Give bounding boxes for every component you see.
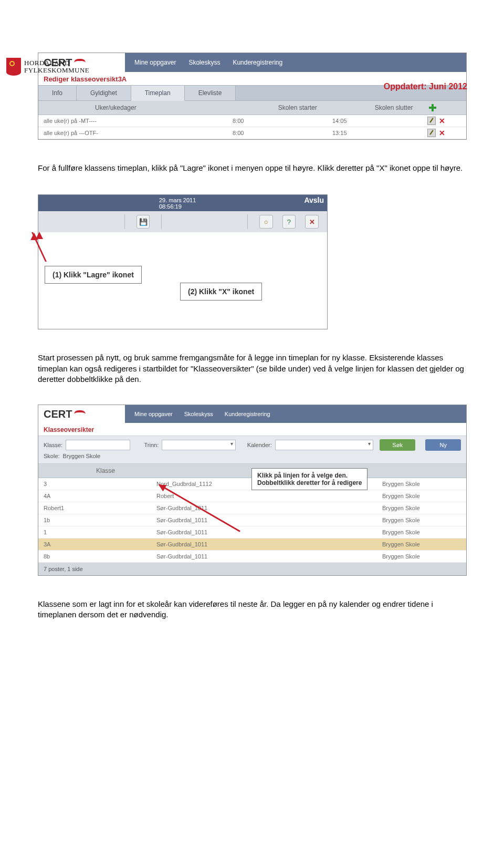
document-page: HORDALAND FYLKESKOMMUNE Oppdatert: Juni … bbox=[0, 53, 504, 849]
cell-grunnkalender: Sør-Gudbrdal_1011 bbox=[151, 517, 377, 523]
cell-skole: Bryggen Skole bbox=[377, 541, 466, 547]
column-headers: Uker/ukedager Skolen starter Skolen slut… bbox=[38, 101, 466, 115]
table-row[interactable]: 8bSør-Gudbrdal_1011Bryggen Skole bbox=[38, 551, 466, 563]
arrow-icon bbox=[38, 262, 40, 311]
cell-start: 8:00 bbox=[233, 130, 332, 136]
toolbar-separator bbox=[124, 214, 125, 229]
save-icon[interactable]: 💾 bbox=[136, 215, 150, 229]
app-header: CERT Mine oppgaver Skoleskyss Kunderegis… bbox=[38, 53, 466, 72]
table-row[interactable]: 3ASør-Gudbrdal_1011Bryggen Skole bbox=[38, 539, 466, 551]
delete-icon[interactable] bbox=[439, 117, 445, 125]
cell-skole: Bryggen Skole bbox=[377, 493, 466, 499]
col-klasse: Klasse bbox=[38, 467, 204, 474]
arrow-icon bbox=[32, 232, 120, 262]
menu-item[interactable]: Skoleskyss bbox=[184, 411, 213, 417]
table-row[interactable]: 1bSør-Gudbrdal_1011Bryggen Skole bbox=[38, 514, 466, 526]
col-slutter: Skolen slutter bbox=[375, 104, 466, 111]
table-row[interactable]: alle uke(r) på ---OTF- 8:00 13:15 bbox=[38, 127, 466, 139]
table-row[interactable]: 1Sør-Gudbrdal_1011Bryggen Skole bbox=[38, 526, 466, 539]
klasse-input[interactable] bbox=[66, 440, 130, 450]
cell-skole: Bryggen Skole bbox=[377, 553, 466, 560]
row-actions bbox=[427, 117, 445, 125]
cell-grunnkalender: Sør-Gudbrdal_1011 bbox=[151, 553, 377, 560]
new-button[interactable]: Ny bbox=[425, 439, 461, 451]
toolbar-separator bbox=[247, 214, 248, 229]
menu-item[interactable]: Kunderegistrering bbox=[233, 59, 282, 66]
close-icon[interactable]: ✕ bbox=[305, 215, 319, 229]
kalender-dropdown[interactable] bbox=[275, 440, 374, 450]
cell-dager: alle uke(r) på -MT---- bbox=[38, 118, 233, 124]
cell-grunnkalender: Robert bbox=[151, 493, 377, 499]
search-button[interactable]: Søk bbox=[380, 439, 415, 451]
toolbar-separator bbox=[161, 214, 162, 229]
main-menu: Mine oppgaver Skoleskyss Kunderegistreri… bbox=[125, 405, 466, 423]
cell-klasse: 3 bbox=[38, 481, 151, 487]
cell-klasse: Robert1 bbox=[38, 505, 151, 511]
cert-logo: CERT bbox=[38, 408, 125, 420]
status-time: 08:56:19 bbox=[159, 203, 182, 210]
tab-elevliste[interactable]: Elevliste bbox=[185, 86, 236, 100]
status-date: 29. mars 2011 bbox=[159, 197, 196, 203]
paragraph: Klassene som er lagt inn for et skoleår … bbox=[38, 599, 466, 620]
callout-select: Klikk på linjen for å velge den. Dobbelt… bbox=[251, 468, 368, 490]
table-row[interactable]: alle uke(r) på -MT---- 8:00 14:05 bbox=[38, 115, 466, 127]
label-klasse: Klasse: bbox=[44, 442, 62, 448]
cert-text: CERT bbox=[44, 408, 72, 420]
label-skole: Skole: bbox=[44, 453, 60, 459]
table-row[interactable]: Robert1Sør-Gudbrdal_1011Bryggen Skole bbox=[38, 502, 466, 514]
tab-timeplan[interactable]: Timeplan bbox=[131, 86, 185, 101]
col-starter: Skolen starter bbox=[278, 104, 375, 111]
tab-gyldighet[interactable]: Gyldighet bbox=[77, 86, 131, 100]
main-menu: Mine oppgaver Skoleskyss Kunderegistreri… bbox=[125, 53, 466, 72]
page-title: Klasseoversikter bbox=[38, 423, 466, 436]
table-body: 3Nord_Gudbrdal_1112Bryggen Skole4ARobert… bbox=[38, 478, 466, 563]
callout-area: (1) Klikk "Lagre" ikonet (2) Klikk "X" i… bbox=[38, 232, 327, 329]
circle-icon[interactable]: ○ bbox=[259, 215, 273, 229]
paragraph: Start prosessen på nytt, og bruk samme f… bbox=[38, 353, 466, 385]
cell-grunnkalender: Sør-Gudbrdal_1011 bbox=[151, 529, 377, 535]
cell-skole: Bryggen Skole bbox=[377, 481, 466, 487]
col-ukedager: Uker/ukedager bbox=[38, 104, 278, 111]
swoosh-icon bbox=[74, 410, 86, 420]
updated-date: Oppdatert: Juni 2012 bbox=[384, 82, 467, 91]
cell-skole: Bryggen Skole bbox=[377, 505, 466, 511]
table-row[interactable]: 4ARobertBryggen Skole bbox=[38, 490, 466, 502]
add-row-icon[interactable] bbox=[428, 103, 437, 112]
edit-icon[interactable] bbox=[427, 117, 436, 125]
filter-panel: Klasse: Trinn: Kalender: Søk Ny Skole: B… bbox=[38, 436, 466, 464]
cell-skole: Bryggen Skole bbox=[377, 517, 466, 523]
cell-klasse: 4A bbox=[38, 493, 151, 499]
screenshot-timeplan: CERT Mine oppgaver Skoleskyss Kunderegis… bbox=[38, 53, 467, 140]
menu-item[interactable]: Skoleskyss bbox=[188, 59, 220, 66]
cell-klasse: 1 bbox=[38, 529, 151, 535]
screenshot-toolbar: 29. mars 2011 08:56:19 Avslu 💾 ○ ? ✕ (1)… bbox=[38, 194, 328, 329]
avslutt-label: Avslu bbox=[304, 196, 324, 204]
menu-item[interactable]: Mine oppgaver bbox=[134, 411, 173, 417]
cell-klasse: 3A bbox=[38, 541, 151, 547]
toolbar: 💾 ○ ? ✕ bbox=[38, 211, 327, 232]
label-trinn: Trinn: bbox=[144, 442, 159, 448]
menu-item[interactable]: Kunderegistrering bbox=[225, 411, 270, 417]
trinn-dropdown[interactable] bbox=[162, 440, 236, 450]
shield-icon bbox=[6, 58, 21, 76]
edit-icon[interactable] bbox=[427, 129, 436, 137]
table-footer: 7 poster, 1 side bbox=[38, 563, 466, 575]
callout-line1: Klikk på linjen for å velge den. bbox=[257, 472, 362, 479]
callout-x: (2) Klikk "X" ikonet bbox=[180, 283, 262, 301]
help-icon[interactable]: ? bbox=[282, 215, 296, 229]
cell-grunnkalender: Sør-Gudbrdal_1011 bbox=[151, 505, 377, 511]
cell-start: 8:00 bbox=[233, 118, 332, 124]
delete-icon[interactable] bbox=[439, 129, 445, 137]
cell-klasse: 1b bbox=[38, 517, 151, 523]
cell-dager: alle uke(r) på ---OTF- bbox=[38, 130, 233, 136]
cell-grunnkalender: Sør-Gudbrdal_1011 bbox=[151, 541, 377, 547]
screenshot-klasseoversikter: CERT Mine oppgaver Skoleskyss Kunderegis… bbox=[38, 405, 467, 576]
menu-item[interactable]: Mine oppgaver bbox=[134, 59, 176, 66]
swoosh-icon bbox=[74, 59, 86, 68]
cell-klasse: 8b bbox=[38, 553, 151, 560]
tab-info[interactable]: Info bbox=[38, 86, 77, 100]
label-kalender: Kalender: bbox=[247, 442, 272, 448]
cell-skole: Bryggen Skole bbox=[377, 529, 466, 535]
callout-lagre: (1) Klikk "Lagre" ikonet bbox=[45, 266, 142, 284]
paragraph: For å fullføre klassens timeplan, klikk … bbox=[38, 163, 466, 173]
